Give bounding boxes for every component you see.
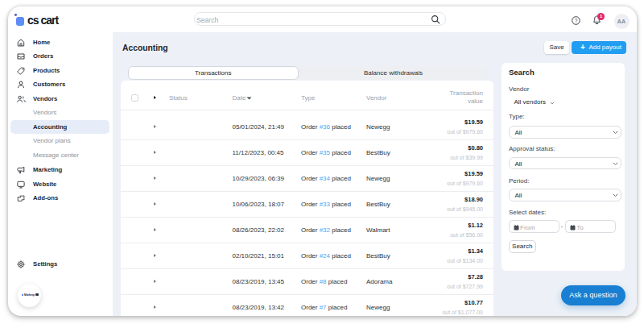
svg-text:?: ? [574,17,577,23]
